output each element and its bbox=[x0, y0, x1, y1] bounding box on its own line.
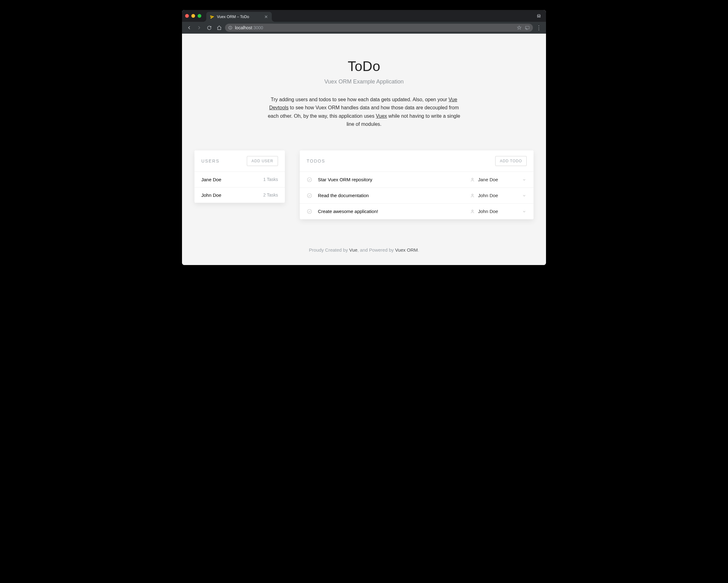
hero-section: ToDo Vuex ORM Example Application Try ad… bbox=[194, 59, 534, 129]
assignee-name: Jane Doe bbox=[478, 177, 498, 182]
vuex-link[interactable]: Vuex bbox=[376, 113, 387, 119]
bookmark-icon[interactable] bbox=[517, 25, 522, 30]
url-text: localhost:3000 bbox=[235, 25, 263, 30]
browser-menu-button[interactable]: ⋮ bbox=[535, 24, 543, 32]
address-bar[interactable]: localhost:3000 bbox=[225, 24, 533, 32]
add-todo-button[interactable]: ADD TODO bbox=[495, 156, 527, 166]
users-heading: USERS bbox=[201, 159, 219, 164]
svg-point-7 bbox=[472, 178, 473, 180]
browser-window: Vuex ORM – ToDo ✕ bbox=[182, 10, 546, 265]
page-subtitle: Vuex ORM Example Application bbox=[194, 79, 534, 85]
page-footer: Proudy Created by Vue, and Powered by Vu… bbox=[194, 247, 534, 253]
user-task-count: 2 Tasks bbox=[263, 192, 278, 197]
assignee-name: John Doe bbox=[478, 209, 498, 214]
reload-button[interactable] bbox=[205, 24, 213, 32]
titlebar: Vuex ORM – ToDo ✕ bbox=[182, 10, 546, 22]
paper-plane-icon bbox=[210, 14, 215, 19]
panels: USERS ADD USER Jane Doe 1 Tasks John Doe… bbox=[194, 150, 534, 219]
chevron-down-icon[interactable] bbox=[522, 177, 527, 182]
todo-assignee[interactable]: John Doe bbox=[470, 209, 517, 214]
todos-card: TODOS ADD TODO Star Vuex ORM repository bbox=[300, 150, 534, 219]
svg-point-6 bbox=[307, 177, 312, 182]
todo-title: Read the documentation bbox=[318, 193, 465, 198]
page-title: ToDo bbox=[194, 59, 534, 74]
check-circle-icon[interactable] bbox=[307, 209, 313, 214]
svg-point-1 bbox=[539, 16, 540, 18]
todo-row[interactable]: Star Vuex ORM repository Jane Doe bbox=[300, 172, 534, 188]
vuex-orm-link[interactable]: Vuex ORM bbox=[395, 247, 418, 253]
user-name: Jane Doe bbox=[201, 177, 221, 182]
assignee-name: John Doe bbox=[478, 193, 498, 198]
user-task-count: 1 Tasks bbox=[263, 177, 278, 182]
incognito-icon bbox=[536, 13, 542, 19]
tab-title: Vuex ORM – ToDo bbox=[217, 15, 249, 19]
add-user-button[interactable]: ADD USER bbox=[247, 156, 278, 166]
window-close-button[interactable] bbox=[185, 14, 189, 18]
user-icon bbox=[470, 209, 475, 214]
todo-assignee[interactable]: John Doe bbox=[470, 193, 517, 198]
todos-heading: TODOS bbox=[307, 159, 326, 164]
chevron-down-icon[interactable] bbox=[522, 193, 527, 198]
cast-icon[interactable] bbox=[525, 25, 530, 30]
svg-point-11 bbox=[472, 210, 473, 212]
back-button[interactable] bbox=[185, 24, 193, 32]
page-viewport: ToDo Vuex ORM Example Application Try ad… bbox=[182, 34, 546, 265]
svg-point-10 bbox=[307, 209, 312, 214]
url-host: localhost bbox=[235, 25, 252, 30]
svg-point-9 bbox=[472, 194, 473, 196]
check-circle-icon[interactable] bbox=[307, 177, 313, 183]
todo-row[interactable]: Create awesome application! John Doe bbox=[300, 204, 534, 219]
site-info-icon[interactable] bbox=[228, 26, 233, 30]
window-minimize-button[interactable] bbox=[191, 14, 195, 18]
todo-title: Create awesome application! bbox=[318, 209, 465, 214]
todo-assignee[interactable]: Jane Doe bbox=[470, 177, 517, 182]
forward-button[interactable] bbox=[195, 24, 203, 32]
chevron-down-icon[interactable] bbox=[522, 209, 527, 214]
todo-title: Star Vuex ORM repository bbox=[318, 177, 465, 182]
svg-rect-5 bbox=[525, 26, 529, 29]
window-maximize-button[interactable] bbox=[198, 14, 201, 18]
browser-tab[interactable]: Vuex ORM – ToDo ✕ bbox=[206, 12, 272, 22]
user-icon bbox=[470, 177, 475, 182]
user-row[interactable]: Jane Doe 1 Tasks bbox=[194, 172, 285, 188]
svg-point-8 bbox=[307, 193, 312, 198]
check-circle-icon[interactable] bbox=[307, 193, 313, 198]
user-row[interactable]: John Doe 2 Tasks bbox=[194, 188, 285, 203]
users-card: USERS ADD USER Jane Doe 1 Tasks John Doe… bbox=[194, 150, 285, 203]
close-tab-icon[interactable]: ✕ bbox=[264, 15, 268, 19]
todo-row[interactable]: Read the documentation John Doe bbox=[300, 188, 534, 204]
browser-toolbar: localhost:3000 ⋮ bbox=[182, 22, 546, 34]
vue-link[interactable]: Vue bbox=[349, 247, 358, 253]
home-button[interactable] bbox=[215, 24, 223, 32]
svg-point-0 bbox=[537, 16, 539, 18]
page-description: Try adding users and todos to see how ea… bbox=[267, 95, 461, 129]
user-icon bbox=[470, 193, 475, 198]
svg-point-4 bbox=[230, 27, 231, 27]
user-name: John Doe bbox=[201, 192, 221, 198]
url-path: :3000 bbox=[252, 25, 263, 30]
